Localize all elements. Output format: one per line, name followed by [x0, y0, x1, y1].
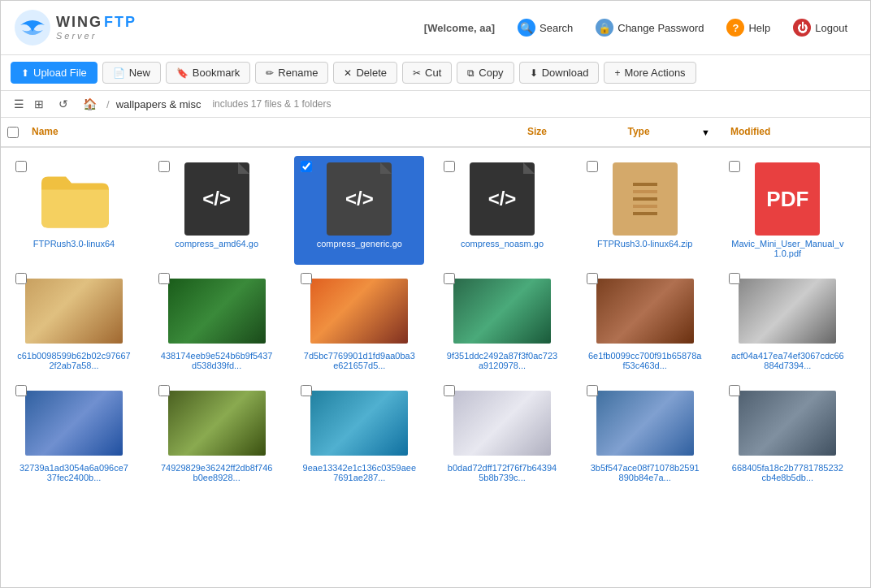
home-button[interactable]: 🏠 [80, 96, 100, 112]
file-item-code1[interactable]: </> compress_amd64.go [152, 156, 282, 265]
file-item-img12[interactable]: 668405fa18c2b7781785232cb4e8b5db... [722, 380, 852, 489]
file-item-img6[interactable]: acf04a417ea74ef3067cdc66884d7394... [722, 268, 852, 377]
file-checkbox[interactable] [444, 161, 455, 172]
logo-ftp: FTP [104, 15, 136, 31]
file-item-img7[interactable]: 32739a1ad3054a6a096ce737fec2400b... [9, 380, 139, 489]
file-checkbox[interactable] [158, 161, 170, 172]
help-button[interactable]: ? Help [717, 14, 780, 41]
file-checkbox[interactable] [729, 385, 740, 396]
file-name: 438174eeb9e524b6b9f5437d538d39fd... [160, 351, 274, 370]
file-checkbox[interactable] [15, 385, 27, 396]
file-thumb-img4 [453, 275, 551, 348]
file-thumb-img11 [596, 387, 694, 460]
file-thumb-code1: </> [168, 162, 266, 236]
logo-text: WING FTP Server [56, 15, 136, 41]
file-checkbox[interactable] [587, 161, 598, 172]
file-thumb-img2 [168, 275, 266, 348]
rename-icon: ✏ [266, 67, 274, 79]
file-thumb-img5 [596, 275, 694, 348]
file-item-img10[interactable]: b0dad72dff172f76f7b643945b8b739c... [437, 380, 567, 489]
file-thumb-zip [596, 162, 694, 236]
new-icon: 📄 [113, 67, 125, 79]
file-item-img3[interactable]: 7d5bc7769901d1fd9aa0ba3e621657d5... [294, 268, 424, 377]
welcome-text: [Welcome, aa] [424, 22, 495, 34]
rename-button[interactable]: ✏ Rename [255, 62, 328, 84]
code-icon: </> [184, 162, 249, 236]
file-name: 7d5bc7769901d1fd9aa0ba3e621657d5... [302, 351, 416, 370]
zip-icon [613, 162, 678, 236]
folder-icon [37, 166, 110, 231]
file-thumb-folder [25, 162, 123, 236]
name-column-header[interactable]: Name [25, 123, 496, 141]
size-column-header[interactable]: Size [496, 123, 578, 141]
type-column-header[interactable]: Type [578, 123, 700, 141]
download-button[interactable]: ⬇ Download [519, 62, 600, 84]
breadcrumb-info: includes 17 files & 1 folders [212, 98, 331, 110]
file-checkbox[interactable] [729, 273, 740, 284]
file-name: 3b5f547ace08f71078b2591890b84e7a... [588, 463, 702, 482]
power-icon: ⏻ [793, 19, 811, 37]
file-item-img1[interactable]: c61b0098599b62b02c976672f2ab7a58... [9, 268, 139, 377]
breadcrumb-bar: ☰ ⊞ ↺ 🏠 / wallpapers & misc includes 17 … [1, 91, 870, 118]
search-button[interactable]: 🔍 Search [508, 14, 583, 41]
file-item-img5[interactable]: 6e1fb0099cc700f91b65878af53c463d... [580, 268, 710, 377]
list-view-button[interactable]: ☰ [11, 96, 28, 112]
modified-column-header[interactable]: Modified [724, 123, 870, 141]
image-thumbnail [453, 279, 551, 344]
file-item-img2[interactable]: 438174eeb9e524b6b9f5437d538d39fd... [152, 268, 282, 377]
file-item-img8[interactable]: 74929829e36242ff2db8f746b0ee8928... [152, 380, 282, 489]
file-checkbox[interactable] [444, 385, 455, 396]
file-row-2: 32739a1ad3054a6a096ce737fec2400b... 7492… [9, 380, 862, 489]
file-name: 668405fa18c2b7781785232cb4e8b5db... [730, 463, 844, 482]
file-checkbox[interactable] [301, 161, 312, 172]
image-thumbnail [453, 391, 551, 456]
file-checkbox[interactable] [15, 273, 27, 284]
file-item-img11[interactable]: 3b5f547ace08f71078b2591890b84e7a... [580, 380, 710, 489]
back-button[interactable]: ↺ [54, 96, 73, 112]
copy-icon: ⧉ [467, 67, 474, 79]
file-checkbox[interactable] [729, 161, 740, 172]
file-checkbox[interactable] [587, 273, 598, 284]
sort-direction-button[interactable]: ▼ [701, 128, 710, 137]
file-checkbox[interactable] [301, 385, 312, 396]
upload-button[interactable]: ⬆ Upload File [11, 62, 98, 84]
file-grid: FTPRush3.0-linux64 </> compress_amd64.go… [1, 148, 870, 587]
delete-button[interactable]: ✕ Delete [333, 62, 397, 84]
bookmark-button[interactable]: 🔖 Bookmark [166, 62, 251, 84]
new-button[interactable]: 📄 New [102, 62, 161, 84]
image-thumbnail [310, 279, 408, 344]
logout-button[interactable]: ⏻ Logout [783, 14, 857, 41]
file-item-img4[interactable]: 9f351ddc2492a87f3f0ac723a9120978... [437, 268, 567, 377]
cut-button[interactable]: ✂ Cut [402, 62, 452, 84]
logo-icon [14, 9, 51, 46]
file-name: FTPRush3.0-linux64.zip [597, 239, 692, 249]
file-thumb-img10 [453, 387, 551, 460]
logo: WING FTP Server [14, 9, 136, 46]
file-thumb-code2: </> [310, 162, 408, 236]
file-checkbox[interactable] [301, 273, 312, 284]
more-actions-button[interactable]: + More Actions [604, 62, 696, 84]
file-name: b0dad72dff172f76f7b643945b8b739c... [445, 463, 559, 482]
file-checkbox[interactable] [158, 385, 170, 396]
file-name: acf04a417ea74ef3067cdc66884d7394... [730, 351, 844, 370]
image-thumbnail [25, 391, 123, 456]
copy-button[interactable]: ⧉ Copy [457, 62, 514, 84]
file-item-zip[interactable]: FTPRush3.0-linux64.zip [580, 156, 710, 265]
select-all-checkbox[interactable] [7, 127, 19, 138]
file-name: 74929829e36242ff2db8f746b0ee8928... [160, 463, 274, 482]
file-item-img9[interactable]: 9eae13342e1c136c0359aee7691ae287... [294, 380, 424, 489]
image-thumbnail [739, 391, 836, 456]
file-checkbox[interactable] [15, 161, 27, 172]
file-item-code3[interactable]: </> compress_noasm.go [437, 156, 567, 265]
file-checkbox[interactable] [587, 385, 598, 396]
file-item-folder[interactable]: FTPRush3.0-linux64 [9, 156, 139, 265]
file-checkbox[interactable] [444, 273, 455, 284]
logo-server: Server [56, 31, 136, 41]
file-thumb-img1 [25, 275, 123, 348]
file-item-pdf[interactable]: PDF Mavic_Mini_User_Manual_v1.0.pdf [722, 156, 852, 265]
grid-view-button[interactable]: ⊞ [31, 96, 47, 112]
breadcrumb-path: wallpapers & misc [116, 98, 202, 110]
file-item-code2-selected[interactable]: </> compress_generic.go [294, 156, 424, 265]
file-checkbox[interactable] [158, 273, 170, 284]
change-password-button[interactable]: 🔒 Change Password [586, 14, 713, 41]
